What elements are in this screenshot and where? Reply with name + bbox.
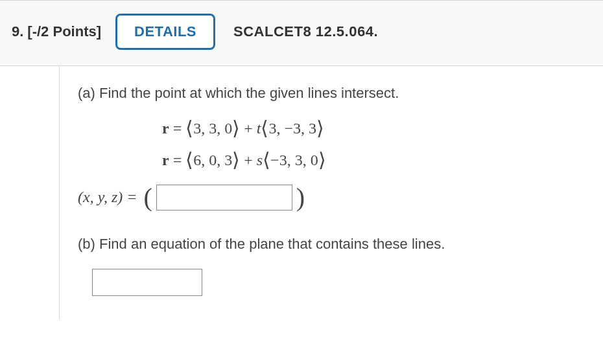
question-number: 9.: [12, 23, 23, 40]
param-s: s: [257, 152, 263, 168]
answer-row-a: (x, y, z) = ( ): [78, 185, 445, 210]
part-a-text: (a) Find the point at which the given li…: [78, 83, 445, 104]
equals: =: [169, 152, 186, 168]
part-b-text: (b) Find an equation of the plane that c…: [78, 234, 445, 255]
vector-r: r: [162, 152, 169, 168]
direction-values: −3, 3, 0: [270, 152, 318, 168]
left-gutter: [0, 66, 60, 319]
angle-close: ⟩: [316, 117, 324, 139]
question-header: 9. [-/2 Points] DETAILS SCALCET8 12.5.06…: [0, 0, 603, 66]
points-label: [-/2 Points]: [27, 23, 101, 40]
answer-label: (x, y, z) =: [78, 186, 137, 209]
answer-input-b[interactable]: [92, 269, 202, 296]
plus: +: [240, 152, 257, 168]
details-button[interactable]: DETAILS: [115, 14, 215, 50]
angle-open: ⟨: [261, 117, 268, 139]
angle-close: ⟩: [232, 117, 240, 139]
equations-block: r = ⟨3, 3, 0⟩ + t⟨3, −3, 3⟩ r = ⟨6, 0, 3…: [162, 113, 445, 173]
angle-open: ⟨: [263, 149, 270, 170]
equation-2: r = ⟨6, 0, 3⟩ + s⟨−3, 3, 0⟩: [162, 144, 445, 173]
plus: +: [240, 120, 257, 137]
content-area: (a) Find the point at which the given li…: [60, 66, 463, 319]
angle-open: ⟨: [185, 117, 193, 139]
paren-open: (: [144, 185, 152, 210]
question-source: SCALCET8 12.5.064.: [233, 23, 378, 40]
angle-close: ⟩: [318, 149, 326, 170]
vector-values: 3, 3, 0: [193, 120, 232, 137]
equals: =: [169, 120, 186, 137]
vector-values: 6, 0, 3: [193, 152, 232, 168]
equation-1: r = ⟨3, 3, 0⟩ + t⟨3, −3, 3⟩: [162, 113, 445, 141]
question-body: (a) Find the point at which the given li…: [0, 66, 603, 319]
direction-values: 3, −3, 3: [268, 120, 316, 137]
answer-input-a[interactable]: [156, 185, 292, 210]
angle-open: ⟨: [185, 149, 193, 170]
vector-r: r: [162, 120, 169, 137]
angle-close: ⟩: [232, 149, 240, 170]
paren-close: ): [296, 185, 305, 210]
